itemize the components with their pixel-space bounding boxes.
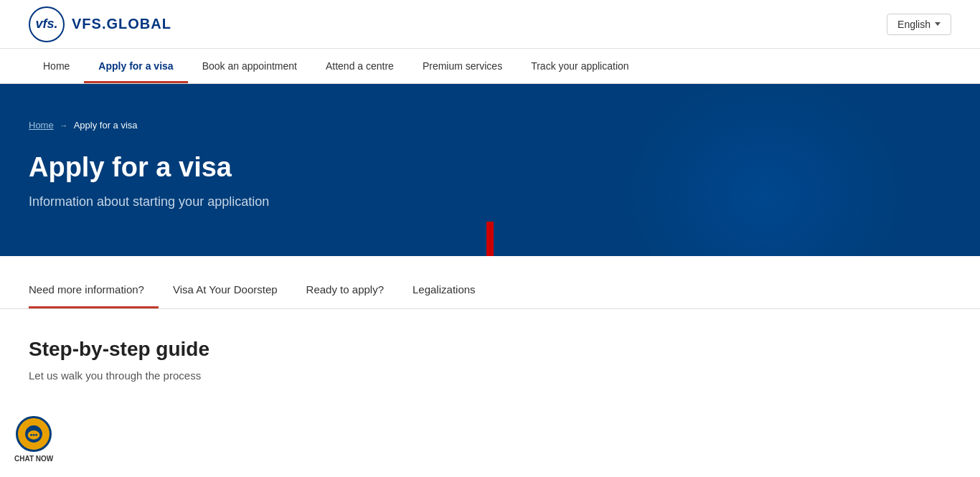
tab-ready-to-apply[interactable]: Ready to apply? [292,270,398,308]
logo-area[interactable]: vfs. VFS.GLOBAL [29,6,171,42]
language-label: English [897,19,930,30]
tab-visa-doorstep[interactable]: Visa At Your Doorstep [159,270,292,308]
nav-item-premium[interactable]: Premium services [408,49,517,83]
breadcrumb: Home → Apply for a visa [29,120,951,145]
breadcrumb-home-link[interactable]: Home [29,120,54,131]
language-selector[interactable]: English [887,14,951,35]
hero-subtitle: Information about starting your applicat… [29,194,951,209]
breadcrumb-separator: → [60,121,68,131]
nav-item-book[interactable]: Book an appointment [188,49,311,83]
logo-text: VFS.GLOBAL [72,16,171,32]
nav-item-attend[interactable]: Attend a centre [311,49,408,83]
chevron-down-icon [935,22,941,26]
page-title: Apply for a visa [29,152,951,183]
red-arrow-indicator [468,222,512,256]
nav-item-apply[interactable]: Apply for a visa [84,49,187,83]
content-tabs: Need more information? Visa At Your Door… [29,270,951,308]
site-header: vfs. VFS.GLOBAL English [0,0,980,49]
main-content: Step-by-step guide Let us walk you throu… [0,309,980,410]
logo-icon: vfs. [29,6,65,42]
hero-section: Home → Apply for a visa Apply for a visa… [0,84,980,256]
content-title: Step-by-step guide [29,338,951,361]
tab-need-more-info[interactable]: Need more information? [29,270,159,308]
tab-legalizations[interactable]: Legalizations [398,270,490,308]
nav-item-home[interactable]: Home [29,49,84,83]
nav-item-track[interactable]: Track your application [517,49,643,83]
content-subtitle: Let us walk you through the process [29,369,951,382]
breadcrumb-current: Apply for a visa [74,120,138,131]
tabs-section: Need more information? Visa At Your Door… [0,270,980,309]
main-nav: Home Apply for a visa Book an appointmen… [0,49,980,84]
